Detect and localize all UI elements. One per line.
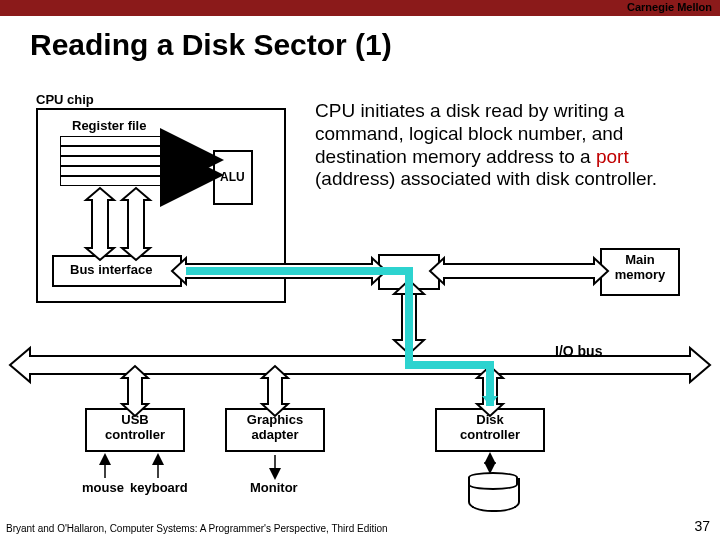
arrows-layer: [0, 0, 720, 540]
credit: Bryant and O'Hallaron, Computer Systems:…: [6, 523, 388, 534]
slide-number: 37: [694, 518, 710, 534]
